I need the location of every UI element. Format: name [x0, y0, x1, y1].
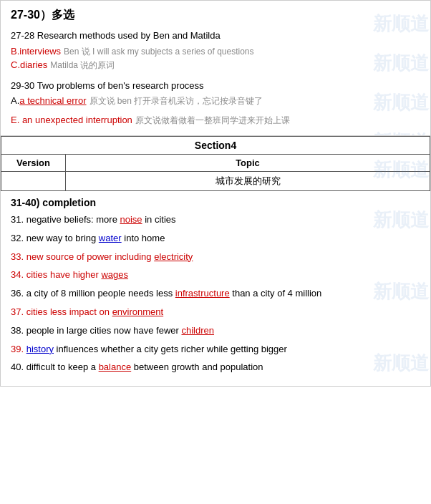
item-32: 32. new way to bring water into home: [11, 231, 420, 246]
item-32-num: 32. new way to bring: [11, 233, 99, 243]
item-40: 40. difficult to keep a balance between …: [11, 360, 420, 375]
item-34: 34. cities have higher wages: [11, 268, 420, 283]
section4-header: Section4: [1, 137, 430, 155]
q2728-label: 27-28 Research methods used by Ben and M…: [11, 29, 420, 43]
item-38-highlight: children: [181, 325, 214, 336]
a-letter: A.: [11, 95, 19, 106]
item-31-num: 31. negative beliefs: more: [11, 214, 120, 225]
section-title: 27-30）多选: [11, 8, 420, 23]
section4-table: Section4 Version Topic 城市发展的研究: [1, 136, 430, 191]
item-36-highlight: infrastructure: [175, 288, 230, 299]
c-answer: C.diaries: [11, 59, 47, 70]
item-40-after: between growth and population: [131, 362, 263, 372]
completion-section: 31-40) completion 31. negative beliefs: …: [1, 191, 430, 386]
item-38-before: 38. people in large cities now have fewe…: [11, 325, 181, 336]
e-answer-line: E. an unexpected interruption 原文说做着做着一整班…: [11, 115, 420, 127]
version-value: [1, 172, 66, 191]
a-annotation: 原文说 ben 打开录音机采访，忘记按录音键了: [89, 95, 263, 107]
item-39-highlight: history: [26, 344, 54, 354]
col-topic-header: Topic: [66, 155, 430, 172]
item-37: 37. cities less impact on environment: [11, 305, 420, 320]
item-31-highlight: noise: [120, 214, 142, 225]
item-34-highlight: wages: [101, 269, 128, 280]
b-answer: B.interviews: [11, 46, 61, 57]
item-39: 39. history influences whether a city ge…: [11, 342, 420, 357]
item-31-after: in cities: [142, 214, 176, 225]
item-32-after: into home: [122, 233, 165, 243]
item-36-before: 36. a city of 8 million people needs les…: [11, 288, 175, 299]
item-36: 36. a city of 8 million people needs les…: [11, 286, 420, 301]
c-annotation: Matilda 说的原词: [50, 59, 115, 72]
e-annotation: 原文说做着做着一整班同学进来开始上课: [135, 115, 290, 127]
item-33-highlight: electricity: [154, 251, 193, 262]
item-36-after: than a city of 4 million: [230, 288, 322, 299]
top-section: 新顺道 新顺道 新顺道 新顺道 新顺道 27-30）多选 27-28 Resea…: [0, 0, 431, 136]
completion-title: 31-40) completion: [11, 197, 420, 208]
item-33: 33. new source of power including electr…: [11, 250, 420, 265]
a-answer-line: A. a technical error 原文说 ben 打开录音机采访，忘记按…: [11, 95, 420, 107]
item-40-highlight: balance: [99, 362, 132, 372]
a-answer: a technical error: [19, 95, 86, 106]
item-37-highlight: environment: [112, 306, 164, 317]
item-34-num: 34. cities have higher: [11, 269, 101, 280]
item-39-num: 39.: [11, 344, 26, 354]
topic-chinese: 城市发展的研究: [66, 172, 430, 191]
b-annotation: Ben 说 I will ask my subjects a series of…: [64, 46, 253, 58]
item-31: 31. negative beliefs: more noise in citi…: [11, 213, 420, 228]
bottom-section: 新顺道 新顺道 新顺道 新顺道 新顺道 Section4 Version Top…: [0, 136, 431, 387]
q2930-label: 29-30 Two problems of ben's research pro…: [11, 79, 420, 93]
item-38: 38. people in large cities now have fewe…: [11, 324, 420, 339]
col-version-header: Version: [1, 155, 66, 172]
e-answer: E. an unexpected interruption: [11, 115, 132, 125]
item-40-before: 40. difficult to keep a: [11, 362, 99, 372]
c-answer-line: C.diaries Matilda 说的原词: [11, 59, 420, 72]
b-answer-line: B.interviews Ben 说 I will ask my subject…: [11, 46, 420, 58]
item-39-after: influences whether a city gets richer wh…: [54, 344, 287, 354]
item-33-num: 33. new source of power including: [11, 251, 154, 262]
item-32-highlight: water: [99, 233, 122, 243]
item-37-num: 37. cities less impact on: [11, 306, 112, 317]
